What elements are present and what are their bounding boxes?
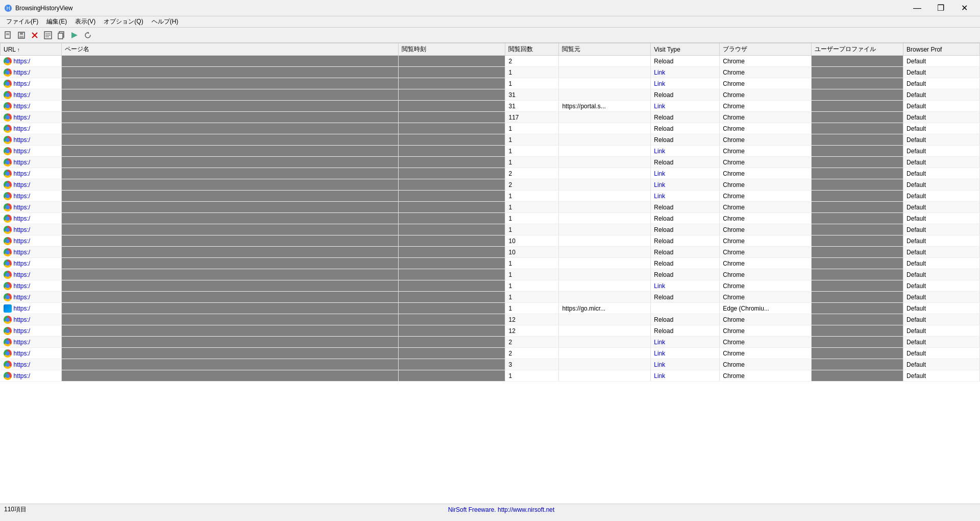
chrome-favicon <box>4 147 12 155</box>
table-row[interactable]: https:/1ReloadChromeDefault <box>1 157 980 168</box>
table-container[interactable]: URL ページ名 閲覧時刻 閲覧回数 閲覧元 Visit Type ブラウザ ユ… <box>0 43 980 504</box>
cell-browserprof: Default <box>903 258 980 269</box>
col-header-browser[interactable]: ブラウザ <box>720 43 812 56</box>
cell-pagename <box>61 168 398 179</box>
table-row[interactable]: https:/10ReloadChromeDefault <box>1 235 980 247</box>
cell-referrer <box>559 258 651 269</box>
cell-visits: 2 <box>505 348 559 359</box>
url-text: https:/ <box>14 294 31 301</box>
table-row[interactable]: https:/1LinkChromeDefault <box>1 78 980 89</box>
cell-time <box>398 112 505 123</box>
table-row[interactable]: https:/1LinkChromeDefault <box>1 146 980 157</box>
cell-visittype: Reload <box>651 56 720 67</box>
table-row[interactable]: https:/2LinkChromeDefault <box>1 168 980 179</box>
cell-userprofile <box>812 292 903 303</box>
cell-browser: Chrome <box>720 280 812 292</box>
cell-userprofile <box>812 325 903 337</box>
cell-time <box>398 314 505 325</box>
cell-browserprof: Default <box>903 134 980 146</box>
cell-browserprof: Default <box>903 168 980 179</box>
col-header-url[interactable]: URL <box>1 43 62 56</box>
cell-referrer <box>559 67 651 78</box>
cell-url: https:/ <box>1 146 62 157</box>
menu-file[interactable]: ファイル(F) <box>2 16 42 27</box>
table-row[interactable]: https:/2LinkChromeDefault <box>1 348 980 359</box>
col-header-referrer[interactable]: 閲覧元 <box>559 43 651 56</box>
table-row[interactable]: https:/31https://portal.s...LinkChromeDe… <box>1 101 980 112</box>
table-row[interactable]: https:/1ReloadChromeDefault <box>1 269 980 280</box>
svg-rect-7 <box>19 36 23 38</box>
table-row[interactable]: https:/2ReloadChromeDefault <box>1 56 980 67</box>
title-bar-left: H BrowsingHistoryView <box>4 4 72 12</box>
cell-referrer <box>559 269 651 280</box>
cell-visits: 2 <box>505 179 559 191</box>
url-text: https:/ <box>14 159 31 166</box>
cell-browserprof: Default <box>903 202 980 213</box>
toolbar-delete[interactable] <box>29 29 41 41</box>
table-row[interactable]: https:/1LinkChromeDefault <box>1 280 980 292</box>
toolbar-save[interactable] <box>15 29 28 41</box>
col-header-visits[interactable]: 閲覧回数 <box>505 43 559 56</box>
table-row[interactable]: https:/1ReloadChromeDefault <box>1 224 980 235</box>
cell-pagename <box>61 134 398 146</box>
menu-options[interactable]: オプション(Q) <box>100 16 147 27</box>
table-row[interactable]: https:/2LinkChromeDefault <box>1 337 980 348</box>
toolbar-new[interactable] <box>2 29 14 41</box>
table-row[interactable]: https:/1https://go.micr...Edge (Chromiu.… <box>1 303 980 314</box>
cell-pagename <box>61 123 398 134</box>
cell-browserprof: Default <box>903 269 980 280</box>
table-row[interactable]: https:/10ReloadChromeDefault <box>1 247 980 258</box>
cell-userprofile <box>812 191 903 202</box>
table-row[interactable]: https:/1ReloadChromeDefault <box>1 134 980 146</box>
menu-help[interactable]: ヘルプ(H) <box>148 16 183 27</box>
cell-visittype: Reload <box>651 213 720 224</box>
table-row[interactable]: https:/1LinkChromeDefault <box>1 191 980 202</box>
cell-browserprof: Default <box>903 56 980 67</box>
cell-pagename <box>61 280 398 292</box>
cell-url: https:/ <box>1 292 62 303</box>
edge-favicon <box>4 304 12 313</box>
chrome-favicon <box>4 181 12 189</box>
cell-time <box>398 123 505 134</box>
chrome-favicon <box>4 170 12 178</box>
cell-time <box>398 269 505 280</box>
table-row[interactable]: https:/1ReloadChromeDefault <box>1 213 980 224</box>
cell-time <box>398 101 505 112</box>
col-header-userprofile[interactable]: ユーザープロファイル <box>812 43 903 56</box>
table-row[interactable]: https:/1ReloadChromeDefault <box>1 258 980 269</box>
minimize-button[interactable]: — <box>905 0 929 16</box>
cell-browserprof: Default <box>903 370 980 382</box>
toolbar-copy[interactable] <box>55 29 67 41</box>
table-row[interactable]: https:/1ReloadChromeDefault <box>1 292 980 303</box>
table-row[interactable]: https:/117ReloadChromeDefault <box>1 112 980 123</box>
table-row[interactable]: https:/1LinkChromeDefault <box>1 67 980 78</box>
toolbar-refresh[interactable] <box>82 29 94 41</box>
cell-browserprof: Default <box>903 157 980 168</box>
maximize-button[interactable]: ❐ <box>929 0 952 16</box>
table-row[interactable]: https:/3LinkChromeDefault <box>1 359 980 370</box>
col-header-pagename[interactable]: ページ名 <box>61 43 398 56</box>
table-row[interactable]: https:/1ReloadChromeDefault <box>1 202 980 213</box>
chrome-favicon <box>4 372 12 380</box>
table-row[interactable]: https:/12ReloadChromeDefault <box>1 325 980 337</box>
cell-visittype: Reload <box>651 134 720 146</box>
col-header-visittype[interactable]: Visit Type <box>651 43 720 56</box>
close-button[interactable]: ✕ <box>952 0 976 16</box>
table-row[interactable]: https:/31ReloadChromeDefault <box>1 89 980 101</box>
menu-edit[interactable]: 編集(E) <box>42 16 71 27</box>
menu-view[interactable]: 表示(V) <box>71 16 100 27</box>
table-row[interactable]: https:/1LinkChromeDefault <box>1 370 980 382</box>
status-footer[interactable]: NirSoft Freeware. http://www.nirsoft.net <box>448 506 555 513</box>
cell-pagename <box>61 89 398 101</box>
table-row[interactable]: https:/2LinkChromeDefault <box>1 179 980 191</box>
cell-referrer <box>559 78 651 89</box>
toolbar-properties[interactable] <box>42 29 54 41</box>
table-row[interactable]: https:/12ReloadChromeDefault <box>1 314 980 325</box>
col-header-browserprof[interactable]: Browser Prof <box>903 43 980 56</box>
cell-browserprof: Default <box>903 303 980 314</box>
url-text: https:/ <box>14 361 31 368</box>
toolbar-html[interactable] <box>68 29 81 41</box>
table-row[interactable]: https:/1ReloadChromeDefault <box>1 123 980 134</box>
col-header-time[interactable]: 閲覧時刻 <box>398 43 505 56</box>
cell-visits: 1 <box>505 67 559 78</box>
